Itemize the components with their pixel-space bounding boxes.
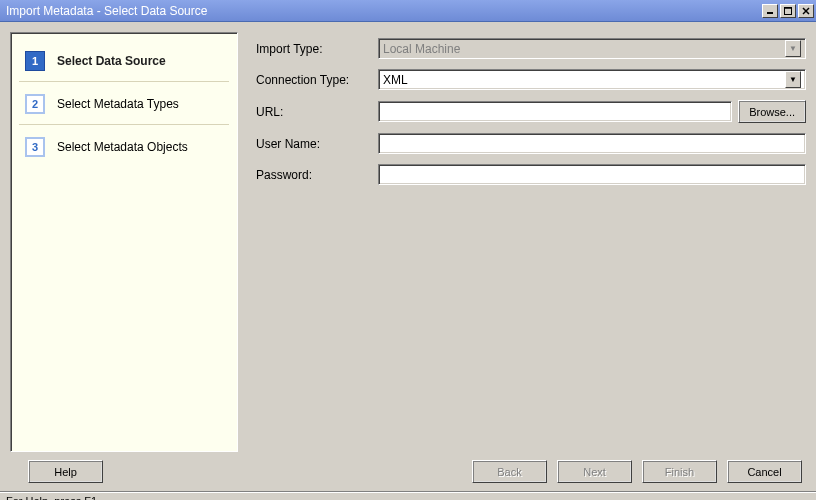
username-label: User Name:: [256, 137, 378, 151]
step-number: 3: [25, 137, 45, 157]
step-label: Select Data Source: [57, 54, 166, 68]
minimize-button[interactable]: [762, 4, 778, 18]
step-label: Select Metadata Types: [57, 97, 179, 111]
status-text: For Help, press F1: [6, 495, 97, 500]
dropdown-arrow-icon: ▼: [785, 40, 801, 57]
wizard-step-2[interactable]: 2 Select Metadata Types: [19, 90, 229, 125]
cancel-button[interactable]: Cancel: [727, 460, 802, 483]
connection-type-label: Connection Type:: [256, 73, 378, 87]
back-button: Back: [472, 460, 547, 483]
url-input[interactable]: [378, 101, 732, 122]
username-row: User Name:: [256, 133, 806, 154]
status-bar: For Help, press F1: [0, 491, 816, 500]
help-button[interactable]: Help: [28, 460, 103, 483]
url-label: URL:: [256, 105, 378, 119]
connection-type-combo[interactable]: XML ▼: [378, 69, 806, 90]
finish-button: Finish: [642, 460, 717, 483]
next-button: Next: [557, 460, 632, 483]
form-area: Import Type: Local Machine ▼ Connection …: [256, 32, 806, 452]
content-area: 1 Select Data Source 2 Select Metadata T…: [0, 22, 816, 456]
wizard-step-1[interactable]: 1 Select Data Source: [19, 47, 229, 82]
dropdown-arrow-icon[interactable]: ▼: [785, 71, 801, 88]
username-input[interactable]: [378, 133, 806, 154]
wizard-step-3[interactable]: 3 Select Metadata Objects: [19, 133, 229, 167]
browse-button[interactable]: Browse...: [738, 100, 806, 123]
window-controls: [762, 4, 814, 18]
wizard-steps-sidebar: 1 Select Data Source 2 Select Metadata T…: [10, 32, 238, 452]
import-type-value: Local Machine: [383, 42, 460, 56]
connection-type-value: XML: [383, 73, 408, 87]
step-number: 2: [25, 94, 45, 114]
connection-type-row: Connection Type: XML ▼: [256, 69, 806, 90]
window-title: Import Metadata - Select Data Source: [6, 4, 207, 18]
password-row: Password:: [256, 164, 806, 185]
maximize-button[interactable]: [780, 4, 796, 18]
title-bar: Import Metadata - Select Data Source: [0, 0, 816, 22]
url-row: URL: Browse...: [256, 100, 806, 123]
import-type-combo: Local Machine ▼: [378, 38, 806, 59]
close-button[interactable]: [798, 4, 814, 18]
client-area: 1 Select Data Source 2 Select Metadata T…: [0, 22, 816, 500]
import-type-row: Import Type: Local Machine ▼: [256, 38, 806, 59]
import-type-label: Import Type:: [256, 42, 378, 56]
step-number: 1: [25, 51, 45, 71]
password-input[interactable]: [378, 164, 806, 185]
button-bar: Help Back Next Finish Cancel: [0, 456, 816, 491]
step-label: Select Metadata Objects: [57, 140, 188, 154]
password-label: Password:: [256, 168, 378, 182]
wizard-buttons: Back Next Finish Cancel: [472, 460, 802, 483]
